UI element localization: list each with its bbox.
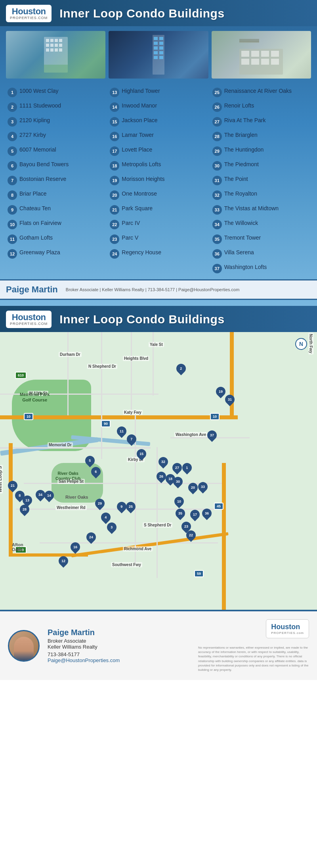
svg-rect-26 <box>241 51 249 57</box>
label-north-fwy: North Fwy <box>309 333 314 355</box>
agent-info-phone: 713-384-5177 <box>48 651 190 657</box>
svg-rect-33 <box>271 59 279 65</box>
listing-item-17: 17 Lovett Place <box>108 144 208 158</box>
svg-rect-17 <box>154 42 158 45</box>
listing-name-2: 1111 Studewood <box>19 102 61 109</box>
listing-item-23: 23 Parc V <box>108 232 208 246</box>
map-container: North Fwy Yale St Durham Dr N Shepherd D… <box>0 332 317 610</box>
listing-number-24: 24 <box>110 249 119 259</box>
top-header: Houston PROPERTIES.com Inner Loop Condo … <box>0 0 317 26</box>
listing-name-35: Tremont Tower <box>224 234 261 241</box>
listing-item-22: 22 Parc IV <box>108 217 208 231</box>
listing-name-29: The Huntingdon <box>224 146 264 153</box>
listing-name-22: Parc IV <box>122 219 140 227</box>
listing-item-3: 3 2120 Kipling <box>6 115 106 129</box>
listing-item-37: 37 Washington Lofts <box>211 261 311 275</box>
svg-rect-23 <box>154 56 158 59</box>
svg-rect-32 <box>261 59 269 65</box>
map-logo-title: Houston <box>10 313 48 322</box>
label-sshepherd: S Shepherd Dr <box>143 522 172 528</box>
listing-item-28: 28 The Briarglen <box>211 129 311 143</box>
listing-number-30: 30 <box>212 161 222 171</box>
listing-item-13: 13 Highland Tower <box>108 85 208 99</box>
label-afton-oaks: AftonOaks <box>12 542 23 552</box>
listing-number-1: 1 <box>8 88 17 97</box>
svg-rect-14 <box>153 35 164 75</box>
listing-number-14: 14 <box>110 102 119 112</box>
listing-name-18: Metropolis Lofts <box>122 161 161 168</box>
label-nshepherd: N Shepherd Dr <box>87 364 117 369</box>
label-washingtonave: Washington Ave <box>174 432 207 437</box>
listing-number-29: 29 <box>212 146 222 156</box>
listings-section: 1 1000 West Clay 13 Highland Tower 25 Re… <box>0 83 317 279</box>
label-memorial-park: Memorial ParkGolf Course <box>20 392 50 403</box>
listing-name-24: Regency House <box>122 249 161 256</box>
map-logo-subtitle: PROPERTIES.com <box>10 322 48 326</box>
listing-item-21: 21 Park Square <box>108 203 208 217</box>
listing-name-8: Briar Place <box>19 190 46 197</box>
agent-info-title: Broker Associate <box>48 638 190 644</box>
listing-name-31: The Point <box>224 175 248 182</box>
listing-item-20: 20 One Montrose <box>108 188 208 202</box>
listing-item-16: 16 Lamar Tower <box>108 129 208 143</box>
listing-item-29: 29 The Huntingdon <box>211 144 311 158</box>
map-logo-area: Houston PROPERTIES.com <box>6 311 52 328</box>
agent-info-email: Paige@HoustonProperties.com <box>48 657 190 663</box>
listing-number-6: 6 <box>8 161 17 171</box>
listing-name-23: Parc V <box>122 234 138 241</box>
listing-item-35: 35 Tremont Tower <box>211 232 311 246</box>
listing-name-27: Riva At The Park <box>224 117 266 124</box>
svg-rect-30 <box>241 59 249 65</box>
listing-number-5: 5 <box>8 146 17 156</box>
label-richmondave: Richmond Ave <box>123 546 153 551</box>
logo-subtitle: PROPERTIES.com <box>10 16 48 20</box>
listing-number-13: 13 <box>110 88 119 97</box>
listing-number-4: 4 <box>8 132 17 141</box>
svg-rect-15 <box>154 37 158 40</box>
listing-name-34: The Willowick <box>224 219 258 227</box>
listing-name-14: Inwood Manor <box>122 102 157 109</box>
listing-item-1: 1 1000 West Clay <box>6 85 106 99</box>
listing-name-21: Park Square <box>122 205 153 212</box>
svg-rect-4 <box>59 39 62 42</box>
listing-number-34: 34 <box>212 220 222 229</box>
listing-number-16: 16 <box>110 132 119 141</box>
shield-610-north: 610 <box>15 372 27 379</box>
svg-rect-5 <box>46 44 49 47</box>
map-card: Houston PROPERTIES.com Inner Loop Condo … <box>0 306 317 610</box>
listing-item-34: 34 The Willowick <box>211 217 311 231</box>
svg-rect-6 <box>50 44 53 47</box>
logo-title: Houston <box>10 7 48 16</box>
svg-rect-22 <box>159 51 163 54</box>
listing-item-5: 5 6007 Memorial <box>6 144 106 158</box>
agent-name: Paige Martin <box>6 284 58 295</box>
listing-item-33: 33 The Vistas at Midtown <box>211 203 311 217</box>
listing-item-26: 26 Renoir Lofts <box>211 100 311 114</box>
listing-item-24: 24 Regency House <box>108 247 208 261</box>
map-header: Houston PROPERTIES.com Inner Loop Condo … <box>0 306 317 332</box>
agent-info-company: Keller Williams Realty <box>48 644 190 650</box>
listing-item-12: 12 Greenway Plaza <box>6 247 106 261</box>
svg-rect-8 <box>59 44 62 47</box>
listing-name-13: Highland Tower <box>122 87 160 94</box>
label-katyfwy: Katy Fwy <box>123 410 143 415</box>
agent-info: Paige Martin Broker Associate Keller Wil… <box>48 628 190 663</box>
listing-name-15: Jackson Place <box>122 117 157 124</box>
svg-rect-2 <box>50 39 53 42</box>
agent-details: Broker Associate | Keller Williams Realt… <box>66 287 240 292</box>
bottom-logo-box: Houston PROPERTIES.com <box>266 619 309 638</box>
listing-number-18: 18 <box>110 161 119 171</box>
listing-number-31: 31 <box>212 176 222 185</box>
listing-number-28: 28 <box>212 132 222 141</box>
label-memorialdr: Memorial Dr <box>48 442 73 447</box>
listing-name-28: The Briarglen <box>224 131 258 138</box>
page-title: Inner Loop Condo Buildings <box>59 7 224 20</box>
map-page-title: Inner Loop Condo Buildings <box>59 313 224 326</box>
listing-item-9: 9 Chateau Ten <box>6 203 106 217</box>
listing-number-35: 35 <box>212 234 222 244</box>
listing-name-4: 2727 Kirby <box>19 131 46 138</box>
listing-name-16: Lamar Tower <box>122 131 154 138</box>
listing-number-10: 10 <box>8 220 17 229</box>
agent-info-name: Paige Martin <box>48 628 190 637</box>
listing-item-36: 36 Villa Serena <box>211 247 311 261</box>
